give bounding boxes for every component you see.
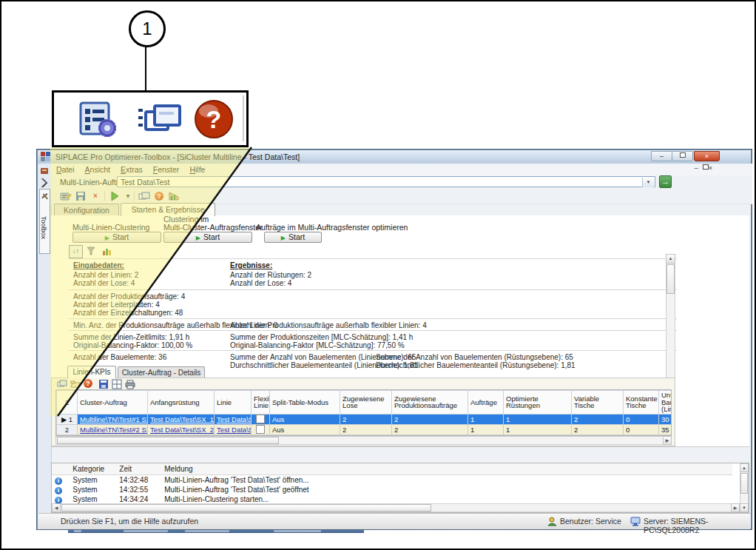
log-row[interactable]: iSystem14:32:48Multi-Linien-Auftrag 'Tes…	[52, 475, 732, 486]
menu-item-hilfe[interactable]: Hilfe	[184, 164, 210, 175]
cluster-auftrag-cell[interactable]: Multiline\TN\Test#1 SX_1	[78, 414, 148, 424]
taskbar-button[interactable]	[185, 529, 229, 532]
table-row[interactable]: ▶ 1Multiline\TN\Test#1 SX_1Test Data\Tes…	[57, 414, 672, 424]
cluster-auftrag-link[interactable]: Multiline\TN\Test#2 SX_2	[80, 426, 148, 434]
start-optimize-button[interactable]: ▶Start	[264, 232, 322, 243]
menu-item-ansicht[interactable]: Ansicht	[80, 164, 115, 175]
copy-jobs-icon[interactable]	[57, 379, 67, 389]
start-multicluster-button[interactable]: ▶Start	[163, 232, 252, 243]
linie-link[interactable]: Test Data\SX_1	[217, 415, 252, 423]
flexible-linie-checkbox[interactable]	[256, 415, 265, 423]
column-header[interactable]: Anfangsrüstung	[148, 391, 215, 415]
save-icon[interactable]	[75, 190, 87, 202]
tab-starten-ergebnisse[interactable]: Starten & Ergebnisse	[121, 203, 215, 216]
log-row[interactable]: iSystem14:32:55Multi-Linien-Auftrag 'Tes…	[52, 485, 732, 494]
modify-job-icon[interactable]	[60, 190, 72, 202]
start-icon[interactable]	[109, 190, 121, 202]
split-table-modus-cell: Aus	[270, 424, 340, 435]
menu-item-datei[interactable]: Datei	[51, 164, 80, 175]
pin-icon[interactable]	[40, 167, 49, 175]
start-options-dropdown-icon[interactable]: ▾	[122, 190, 134, 202]
taskbar-button[interactable]	[124, 529, 168, 532]
anfangsruestung-link[interactable]: Test Data\Test\SX_2_Start	[150, 426, 215, 434]
scrollbar-thumb[interactable]	[666, 264, 675, 294]
job-combobox[interactable]: Test Data\Test ▼	[117, 176, 655, 187]
cluster-auftrag-cell[interactable]: Multiline\TN\Test#2 SX_2	[78, 424, 148, 435]
toolbox-tab[interactable]: Toolbox	[39, 189, 50, 254]
tab-linien-kpis[interactable]: Linien-KPIs	[67, 366, 116, 378]
grid-view-icon[interactable]	[112, 379, 122, 389]
filter-icon[interactable]	[86, 246, 96, 256]
column-header[interactable]: Linie	[215, 391, 252, 415]
flexible-linie-checkbox[interactable]	[256, 425, 265, 434]
scrollbar-thumb[interactable]	[740, 473, 748, 494]
row-header[interactable]: ▶ 1	[57, 414, 78, 424]
open-folder-icon[interactable]	[70, 379, 81, 389]
anfangsruestung-link[interactable]: Test Data\Test\SX_1_Start	[150, 415, 215, 423]
log-column-header[interactable]: Meldung	[161, 463, 732, 475]
scrollbar-thumb[interactable]	[57, 437, 279, 444]
table-row[interactable]: 2Multiline\TN\Test#2 SX_2Test Data\Test\…	[57, 424, 672, 435]
start-clustering-button[interactable]: ▶Start	[72, 232, 161, 243]
log-horizontal-scrollbar[interactable]: ◀ ▶	[52, 503, 740, 512]
anfangsruestung-cell[interactable]: Test Data\Test\SX_2_Start	[148, 424, 215, 435]
export-table-icon[interactable]	[98, 379, 109, 389]
sort-icon[interactable]: ↓↑	[69, 245, 83, 258]
go-button[interactable]: →	[659, 175, 672, 188]
anfangsruestung-cell[interactable]: Test Data\Test\SX_1_Start	[148, 414, 215, 424]
info-icon: i	[55, 477, 62, 485]
cluster-auftrag-link[interactable]: Multiline\TN\Test#1 SX_1	[80, 415, 148, 423]
mdi-window-controls[interactable]: –×	[695, 164, 717, 172]
column-header[interactable]: Zugewiesene Lose	[340, 391, 392, 415]
flexible-linie-cell[interactable]	[252, 414, 270, 424]
scrollbar-thumb[interactable]	[61, 504, 431, 512]
flexible-linie-cell[interactable]	[252, 424, 270, 435]
delete-icon[interactable]: ×	[90, 190, 101, 202]
row-header[interactable]: 2	[57, 424, 78, 435]
column-header[interactable]: Flexible Linie	[252, 391, 270, 415]
restore-button[interactable]	[672, 151, 693, 161]
linie-cell[interactable]: Test Data\SX_2	[215, 424, 252, 435]
report-icon[interactable]	[168, 190, 180, 202]
scroll-down-icon[interactable]: ▼	[740, 503, 749, 512]
taskbar-button[interactable]	[274, 529, 321, 532]
column-header[interactable]: Split-Table-Modus	[270, 391, 340, 415]
status-help-text: Drücken Sie F1, um die Hilfe aufzurufen	[61, 517, 198, 526]
cancel-help-icon[interactable]: ?	[153, 190, 165, 202]
multicluster-caption: Clustering im Multi-Cluster-Auftragsfens…	[163, 215, 263, 232]
menu-item-extras[interactable]: Extras	[115, 164, 148, 175]
cancel-help-icon[interactable]: ?	[84, 379, 92, 388]
clustering-caption: Multi-Linien-Clustering	[72, 224, 149, 232]
minimize-button[interactable]: –	[651, 151, 672, 161]
start-orb[interactable]	[74, 529, 81, 532]
tab-cluster-auftrag-details[interactable]: Cluster-Auftrag - Details	[118, 366, 205, 378]
column-header[interactable]: Cluster-Auftrag	[78, 391, 148, 415]
log-column-header[interactable]: Kategorie	[70, 463, 116, 475]
column-header[interactable]: Untersch. Bauelem. (Linien	[659, 391, 672, 415]
scroll-right-icon[interactable]: ▶	[731, 503, 740, 512]
column-header[interactable]: Aufträge	[468, 391, 504, 415]
close-button[interactable]: ×	[694, 151, 720, 161]
kpi-chart-icon[interactable]	[101, 246, 112, 256]
linie-link[interactable]: Test Data\SX_2	[217, 426, 252, 434]
scroll-up-icon[interactable]: ▲	[666, 254, 675, 264]
linie-cell[interactable]: Test Data\SX_1	[215, 414, 252, 424]
scroll-right-icon[interactable]: ▶	[663, 436, 672, 445]
log-message-cell: Multi-Linien-Auftrag 'Test Data\Test' öf…	[161, 475, 732, 486]
scroll-left-icon[interactable]: ◀	[52, 503, 61, 512]
tab-konfiguration[interactable]: Konfiguration	[54, 204, 119, 216]
column-header[interactable]: Konstante Tische	[624, 391, 659, 415]
tools-icon[interactable]	[40, 178, 49, 187]
titlebar[interactable]: SIPLACE Pro Optimierer-Toolbox - [SiClus…	[38, 150, 751, 164]
chevron-down-icon[interactable]: ▼	[642, 178, 654, 187]
log-vertical-scrollbar[interactable]: ▲ ▼	[740, 463, 749, 512]
menu-item-fenster[interactable]: Fenster	[148, 164, 185, 175]
column-header[interactable]: Optimierte Rüstungen	[504, 391, 572, 415]
kpi-horizontal-scrollbar[interactable]: ▶	[55, 436, 672, 445]
windows-icon[interactable]	[138, 190, 150, 202]
print-icon[interactable]	[125, 379, 135, 389]
scroll-up-icon[interactable]: ▲	[740, 463, 749, 472]
column-header[interactable]: Variable Tische	[572, 391, 624, 415]
column-header[interactable]: Zugewiesene Produktionsaufträge	[392, 391, 468, 415]
log-column-header[interactable]: Zeit	[116, 463, 161, 475]
